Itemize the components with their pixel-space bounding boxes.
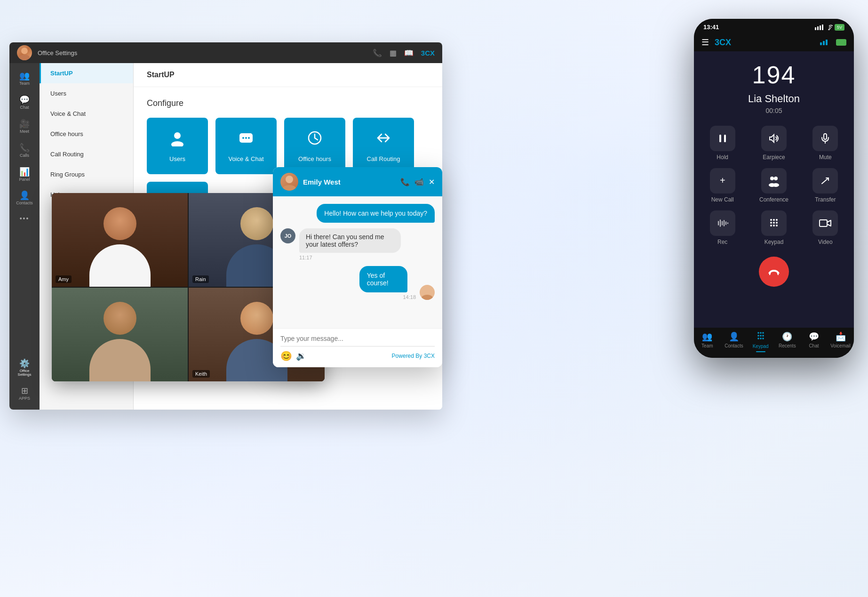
svg-point-33: [772, 183, 779, 187]
users-card-icon: [169, 129, 186, 150]
sidebar-item-panel[interactable]: 📊 Panel: [9, 163, 40, 187]
svg-point-15: [286, 176, 293, 183]
config-card-officehours[interactable]: Office hours: [284, 118, 345, 174]
newcall-label: New Call: [711, 196, 734, 203]
svg-point-3: [171, 141, 183, 146]
nav-item-voicechat[interactable]: Voice & Chat: [40, 104, 133, 124]
video-button[interactable]: Video: [804, 210, 846, 245]
book-icon[interactable]: 📖: [404, 48, 414, 57]
svg-rect-21: [820, 25, 821, 30]
hold-button[interactable]: Hold: [701, 126, 743, 161]
config-card-voicechat[interactable]: Voice & Chat: [215, 118, 277, 174]
officehours-card-icon: [306, 129, 323, 150]
sidebar-item-meet[interactable]: 🎥 Meet: [9, 115, 40, 139]
svg-rect-19: [815, 27, 816, 30]
phone-nav-keypad[interactable]: Keypad: [749, 331, 772, 352]
newcall-button[interactable]: + New Call: [701, 168, 743, 203]
sidebar-item-settings[interactable]: ⚙️ OfficeSettings: [9, 355, 40, 382]
phone-menu-icon[interactable]: ☰: [701, 37, 709, 48]
mobile-phone: 13:41 5V ☰ 3CX: [694, 19, 854, 358]
chat-input-footer: 😊 🔉 Powered By 3CX: [280, 350, 435, 362]
svg-point-2: [174, 132, 181, 139]
chat-header-icons: 📞 📹 ✕: [400, 177, 435, 186]
nav-item-startup[interactable]: StartUP: [40, 63, 133, 83]
earpiece-label: Earpiece: [763, 154, 785, 161]
sidebar-item-apps[interactable]: ⊞ APPS: [9, 382, 40, 406]
meet-icon: 🎥: [19, 120, 30, 128]
chat-close-icon[interactable]: ✕: [429, 177, 435, 186]
svg-point-5: [242, 137, 244, 139]
video-cell-3: [52, 288, 188, 381]
rec-button[interactable]: Rec: [701, 210, 743, 245]
svg-point-16: [283, 185, 296, 191]
configure-title: Configure: [147, 98, 429, 108]
sidebar-item-more[interactable]: •••: [9, 210, 40, 226]
chat-message-3: Yes of course! 14:18: [280, 266, 435, 300]
phone-nav-team[interactable]: 👥 Team: [695, 331, 719, 352]
svg-point-47: [773, 225, 775, 226]
phone-nav-keypad-icon: [757, 331, 765, 342]
phone-nav-voicemail[interactable]: 📩 Voicemail: [829, 331, 852, 352]
apps-label: APPS: [19, 396, 30, 401]
svg-point-45: [776, 222, 778, 224]
conference-button[interactable]: Conference: [753, 168, 795, 203]
keypad-button[interactable]: Keypad: [753, 210, 795, 245]
config-card-callrouting[interactable]: Call Routing: [353, 118, 414, 174]
sidebar-item-chat[interactable]: 💬 Chat: [9, 91, 40, 115]
phone-nav-recents[interactable]: 🕐 Recents: [775, 331, 799, 352]
conference-icon: [761, 168, 787, 194]
video-icon: [812, 210, 838, 236]
meet-label: Meet: [20, 129, 29, 134]
sound-icon[interactable]: 🔉: [296, 351, 306, 361]
phone-nav-team-label: Team: [701, 343, 713, 348]
keypad-label: Keypad: [764, 239, 784, 245]
phone-status-icons: 5V: [815, 24, 844, 31]
chat-contact-name: Emily West: [303, 178, 396, 186]
svg-point-53: [760, 332, 762, 334]
phone-nav-chat[interactable]: 💬 Chat: [802, 331, 826, 352]
users-card-label: Users: [169, 155, 185, 162]
earpiece-button[interactable]: Earpiece: [753, 126, 795, 161]
incoming-bubble: Hi there! Can you send me your latest of…: [299, 228, 401, 253]
call-actions-row1: Hold Earpiece: [701, 126, 846, 161]
svg-point-1: [19, 55, 30, 60]
chat-message-2: JO Hi there! Can you send me your latest…: [280, 228, 435, 260]
chat-input-field[interactable]: [280, 335, 435, 347]
svg-point-52: [757, 332, 759, 334]
mute-button[interactable]: Mute: [804, 126, 846, 161]
icon-sidebar: 👥 Team 💬 Chat 🎥 Meet 📞 Calls 📊 Panel 👤: [9, 63, 40, 410]
call-number: 194: [752, 61, 796, 89]
nav-item-users[interactable]: Users: [40, 83, 133, 104]
phone-nav-chat-label: Chat: [809, 343, 819, 348]
config-card-users[interactable]: Users: [147, 118, 208, 174]
chat-video-icon[interactable]: 📹: [414, 177, 424, 186]
voicechat-card-label: Voice & Chat: [228, 155, 263, 162]
video-label: Video: [818, 239, 832, 245]
qr-icon[interactable]: ▦: [390, 48, 397, 57]
nav-item-officehours[interactable]: Office hours: [40, 124, 133, 144]
svg-line-10: [315, 138, 318, 140]
phone-icon[interactable]: 📞: [373, 48, 382, 57]
phone-nav-contacts-label: Contacts: [725, 343, 743, 348]
callrouting-card-label: Call Routing: [367, 155, 400, 162]
svg-point-42: [776, 219, 778, 221]
sidebar-item-team[interactable]: 👥 Team: [9, 67, 40, 91]
phone-nav-contacts[interactable]: 👤 Contacts: [722, 331, 746, 352]
sidebar-item-contacts[interactable]: 👤 Contacts: [9, 186, 40, 210]
nav-item-ringgroups[interactable]: Ring Groups: [40, 164, 133, 185]
svg-point-55: [757, 335, 759, 337]
main-header: StartUP: [134, 63, 442, 87]
chat-phone-icon[interactable]: 📞: [400, 177, 410, 186]
phone-app-header: ☰ 3CX: [694, 33, 854, 51]
settings-icon: ⚙️: [19, 359, 30, 368]
powered-by: Powered By 3CX: [392, 353, 435, 359]
emoji-icon[interactable]: 😊: [280, 350, 292, 362]
transfer-button[interactable]: Transfer: [804, 168, 846, 203]
svg-point-23: [828, 29, 829, 30]
svg-rect-49: [820, 220, 827, 226]
nav-item-callrouting[interactable]: Call Routing: [40, 144, 133, 164]
svg-point-57: [762, 335, 764, 337]
end-call-button[interactable]: [759, 257, 789, 287]
sidebar-item-calls[interactable]: 📞 Calls: [9, 139, 40, 163]
svg-text:+: +: [720, 175, 725, 186]
